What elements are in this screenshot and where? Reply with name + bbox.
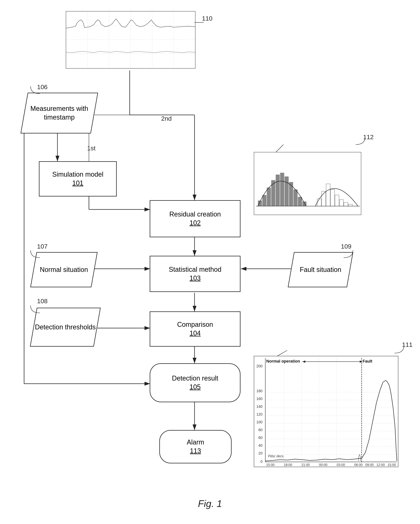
svg-rect-35 <box>284 176 289 206</box>
svg-rect-34 <box>280 173 284 206</box>
step-2nd-label: 2nd <box>161 115 172 122</box>
bottom-chart-svg: 0 20 40 60 80 100 120 140 160 180 200 15… <box>254 356 398 467</box>
svg-rect-42 <box>326 184 330 206</box>
ref111-bracket <box>391 344 406 354</box>
svg-rect-47 <box>348 204 352 206</box>
svg-rect-44 <box>335 195 339 206</box>
fault-situation-label: Fault situation <box>300 265 341 274</box>
svg-rect-37 <box>293 189 298 206</box>
svg-text:18:00: 18:00 <box>284 463 292 467</box>
svg-rect-33 <box>276 175 280 206</box>
svg-text:80: 80 <box>258 428 263 432</box>
ref-107: 107 <box>37 243 48 250</box>
svg-rect-36 <box>289 182 293 206</box>
svg-text:180: 180 <box>257 389 263 393</box>
svg-rect-46 <box>344 202 348 206</box>
residual-creation-box: Residual creation102 <box>150 200 240 237</box>
svg-rect-31 <box>267 188 271 206</box>
detection-result-label: Detection result105 <box>172 374 218 392</box>
measurements-label: Measurements with timestamp <box>24 104 94 122</box>
svg-text:160: 160 <box>257 397 263 401</box>
svg-rect-43 <box>331 189 334 206</box>
svg-text:03:00: 03:00 <box>337 463 345 467</box>
svg-text:21:00: 21:00 <box>301 463 310 467</box>
comparison-label: Comparison104 <box>177 320 213 338</box>
alarm-box: Alarm113 <box>159 430 231 463</box>
diagram-container: 110 Measurements with timestamp 106 Simu… <box>0 0 420 524</box>
statistical-method-label: Statistical method103 <box>169 265 221 283</box>
simulation-model-box: Simulation model101 <box>39 161 117 196</box>
svg-text:15:00: 15:00 <box>266 463 274 467</box>
svg-text:40: 40 <box>258 443 263 447</box>
svg-text:00:00: 00:00 <box>319 463 327 467</box>
svg-rect-30 <box>262 195 266 206</box>
svg-text:100: 100 <box>257 420 263 424</box>
detection-thresholds-label: Detection thresholds <box>35 323 96 332</box>
svg-rect-40 <box>317 199 321 206</box>
svg-text:09:00: 09:00 <box>365 463 374 467</box>
bottom-timeseries-chart: 0 20 40 60 80 100 120 140 160 180 200 15… <box>254 356 398 467</box>
svg-rect-45 <box>339 200 343 206</box>
residual-creation-label: Residual creation102 <box>169 210 221 227</box>
ref108-bracket <box>29 304 43 314</box>
ref106-bracket <box>29 84 43 95</box>
svg-text:60: 60 <box>258 436 263 440</box>
comparison-box: Comparison104 <box>150 311 240 347</box>
statistical-method-box: Statistical method103 <box>150 256 240 292</box>
svg-text:0: 0 <box>260 460 263 463</box>
svg-text:06:00: 06:00 <box>354 463 363 467</box>
histogram-chart <box>254 152 361 215</box>
step-1st-label: 1st <box>87 145 95 152</box>
fig-caption: Fig. 1 <box>198 498 222 509</box>
measurements-box: Measurements with timestamp <box>24 93 94 133</box>
svg-text:200: 200 <box>257 364 263 368</box>
fault-label: Fault <box>363 359 372 364</box>
alarm-label: Alarm113 <box>187 438 204 455</box>
normal-situation-label: Normal situation <box>40 265 88 274</box>
svg-text:20: 20 <box>258 451 263 455</box>
op-fault-arrow <box>300 359 362 364</box>
svg-text:120: 120 <box>257 412 263 416</box>
ref-108: 108 <box>37 297 48 305</box>
normal-operation-label: Normal operation <box>266 359 300 364</box>
svg-text:Pdsc decs.: Pdsc decs. <box>268 454 284 458</box>
simulation-model-label: Simulation model101 <box>52 170 103 188</box>
timeseries-svg <box>66 11 195 68</box>
svg-text:140: 140 <box>257 404 263 409</box>
ref-109: 109 <box>341 243 351 250</box>
histogram-svg <box>254 152 361 215</box>
svg-rect-32 <box>271 180 275 206</box>
top-timeseries-chart <box>66 11 196 69</box>
ref112-bracket <box>352 135 367 146</box>
svg-text:15:00: 15:00 <box>388 463 396 467</box>
svg-text:12:00: 12:00 <box>377 463 385 467</box>
ref-110: 110 <box>202 15 213 22</box>
detection-result-box: Detection result105 <box>150 363 240 402</box>
